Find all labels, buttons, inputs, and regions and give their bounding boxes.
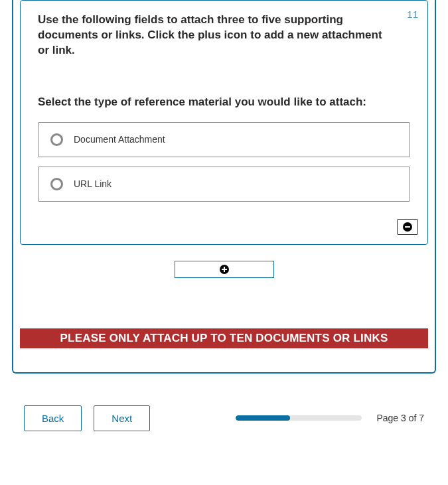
minus-circle-icon xyxy=(403,222,412,232)
next-button[interactable]: Next xyxy=(94,405,150,431)
plus-circle-icon xyxy=(220,265,229,274)
option-label: URL Link xyxy=(74,178,112,189)
question-number: 11 xyxy=(407,9,418,20)
option-document-attachment[interactable]: Document Attachment xyxy=(38,122,410,157)
spacer xyxy=(20,290,428,328)
back-button[interactable]: Back xyxy=(24,405,82,431)
radio-icon xyxy=(50,133,63,146)
option-url-link[interactable]: URL Link xyxy=(38,167,410,202)
option-label: Document Attachment xyxy=(74,134,165,145)
radio-icon xyxy=(50,178,63,190)
question-card: 11 Use the following fields to attach th… xyxy=(20,0,428,245)
progress-fill xyxy=(236,415,290,421)
remove-attachment-button[interactable] xyxy=(397,219,418,235)
progress-bar xyxy=(236,415,362,421)
add-attachment-button[interactable] xyxy=(175,261,274,278)
question-prompt: Select the type of reference material yo… xyxy=(38,96,410,109)
page-indicator: Page 3 of 7 xyxy=(376,413,424,423)
add-row xyxy=(20,261,428,278)
footer-row: Back Next Page 3 of 7 xyxy=(0,374,448,431)
form-section-panel: 11 Use the following fields to attach th… xyxy=(12,0,436,374)
question-instruction: Use the following fields to attach three… xyxy=(38,13,396,58)
footer-right: Page 3 of 7 xyxy=(236,413,424,423)
warning-banner: PLEASE ONLY ATTACH UP TO TEN DOCUMENTS O… xyxy=(20,328,428,348)
